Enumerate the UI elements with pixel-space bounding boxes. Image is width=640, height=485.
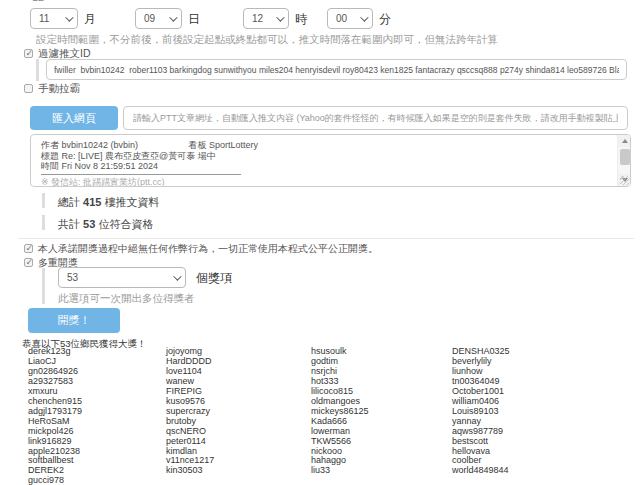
prize-note: 此選項可一次開出多位得獎者: [58, 292, 195, 306]
winners-list: derek123gLiaoCJgn02864926a29327583xmxuru…: [28, 347, 510, 485]
import-webpage-button[interactable]: 匯入網頁: [30, 106, 118, 130]
scrollbar-thumb[interactable]: [620, 149, 630, 165]
filter-ids-input[interactable]: [46, 59, 627, 80]
day-select[interactable]: 09: [135, 8, 182, 29]
month-select-value: 11: [39, 13, 61, 24]
article-board: 看板 SportLottery: [189, 140, 259, 150]
winner-id: world4849844: [452, 466, 510, 476]
pledge-checkbox-label: 本人承諾開獎過程中絕無任何作弊行為，一切正常使用本程式公平公正開獎。: [38, 242, 378, 256]
manual-mode-checkbox-label: 手動拉霸: [38, 82, 80, 96]
draw-button[interactable]: 開獎！: [28, 308, 120, 333]
lottery-tool-page: 12 11 月 09 日 12 時 00 分 設定時間範圍，不分前後，前後設定起…: [0, 0, 640, 485]
hour-label: 時: [295, 11, 307, 28]
section-divider: [18, 238, 634, 239]
ptt-url-input[interactable]: [123, 106, 628, 130]
winners-column-2: jojoyomgHardDDDDlove1104wanewFIREPIGkuso…: [166, 347, 311, 485]
prize-count-select[interactable]: 53: [58, 267, 186, 288]
winners-column-1: derek123gLiaoCJgn02864926a29327583xmxuru…: [28, 347, 166, 485]
article-clipped-line: ※ 發信站: 批踢踢實業坊(ptt.cc): [41, 177, 617, 188]
minute-label: 分: [379, 11, 391, 28]
month-label: 月: [84, 11, 96, 28]
chevron-down-icon: [360, 13, 368, 21]
pledge-checkbox[interactable]: [24, 244, 33, 253]
article-title-row: 標題 Re: [LIVE] 農布亞皮查亞@黃可泰 場中: [41, 151, 617, 162]
day-select-value: 09: [144, 13, 165, 24]
chevron-down-icon: [169, 13, 177, 21]
prize-count-value: 53: [67, 272, 169, 283]
time-range-note: 設定時間範圍，不分前後，前後設定起點或終點都可以，推文時間落在範圍內即可，但無法…: [36, 33, 498, 47]
article-content: 作者 bvbin10242 (bvbin) 看板 SportLottery 標題…: [31, 135, 617, 186]
article-time-row: 時間 Fri Nov 8 21:59:51 2024: [41, 161, 617, 172]
total-comments-stat: 總計 415 樓推文資料: [58, 195, 159, 210]
chevron-down-icon: [65, 13, 73, 21]
manual-mode-checkbox[interactable]: [24, 84, 33, 93]
qualified-stat: 共計 53 位符合資格: [58, 217, 153, 232]
scroll-up-button[interactable]: [618, 135, 631, 147]
minute-select[interactable]: 00: [327, 8, 373, 29]
prize-section-bar: [42, 268, 45, 304]
total-stat-bar: [42, 193, 45, 208]
article-author: 作者 bvbin10242 (bvbin): [41, 140, 186, 151]
chevron-down-icon: [173, 272, 181, 280]
qualified-count: 53: [83, 218, 95, 230]
winner-id: kin30503: [166, 466, 311, 476]
multi-draw-checkbox[interactable]: [24, 258, 33, 267]
clipped-top-fragment: 12: [30, 0, 90, 5]
textarea-resize-grip[interactable]: [620, 176, 629, 185]
day-label: 日: [188, 11, 200, 28]
filter-id-checkbox[interactable]: [24, 49, 33, 58]
month-select[interactable]: 11: [30, 8, 78, 29]
winners-column-4: DENSHA0325beverlylilyliunhowtn00364049Oc…: [452, 347, 510, 485]
winner-id: liu33: [311, 466, 452, 476]
hour-select[interactable]: 12: [243, 8, 289, 29]
prize-unit-label: 個獎項: [196, 270, 232, 287]
total-count: 415: [83, 196, 101, 208]
filter-section-bar: [36, 59, 39, 81]
article-content-textarea[interactable]: 作者 bvbin10242 (bvbin) 看板 SportLottery 標題…: [30, 134, 631, 187]
minute-select-value: 00: [336, 13, 356, 24]
hour-select-value: 12: [252, 13, 272, 24]
article-author-row: 作者 bvbin10242 (bvbin) 看板 SportLottery: [41, 140, 617, 151]
winners-column-3: hsusoulkgodtimnsrjchihot333lilicoco815ol…: [311, 347, 452, 485]
chevron-down-icon: [276, 13, 284, 21]
arrow-up-icon: [622, 139, 628, 143]
qualified-stat-bar: [42, 215, 45, 230]
winner-id: gucci978: [28, 476, 166, 485]
article-separator-line: [41, 174, 241, 175]
winner-id: hahaggo: [311, 456, 452, 466]
